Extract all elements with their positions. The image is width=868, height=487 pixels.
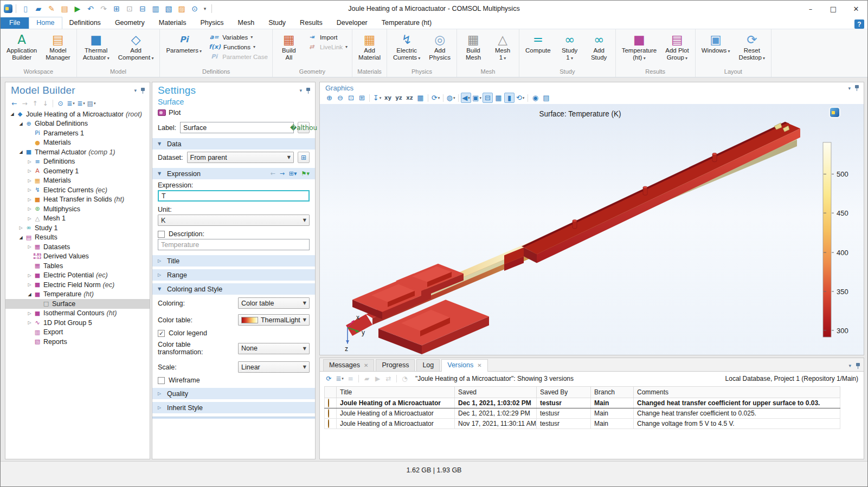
expand-icon[interactable]: ≣▾ <box>76 99 86 108</box>
scene-configuration-icon[interactable]: ▣▾ <box>472 93 482 103</box>
go-to-default-view-icon[interactable]: ↧▾ <box>372 93 382 103</box>
tree-item-reports[interactable]: ▧Reports <box>5 337 150 347</box>
column-header-branch[interactable]: Branch <box>591 387 634 398</box>
coloring-dropdown[interactable]: Color table ▼ <box>238 297 310 309</box>
view-xz-icon[interactable]: xz <box>404 93 415 103</box>
electric-currents-button[interactable]: ↯ElectricCurrents ▾ <box>389 30 424 62</box>
go-to-source-icon[interactable]: ⊞ <box>298 152 310 163</box>
description-input[interactable] <box>158 239 310 250</box>
print-icon[interactable]: ▤ <box>541 93 551 103</box>
model-manager-button[interactable]: ▤ModelManager <box>42 30 74 62</box>
tree-item-surface[interactable]: □Surface <box>5 299 150 309</box>
move-down-icon[interactable]: ↓ <box>41 99 50 108</box>
tree-item-export[interactable]: ▥Export <box>5 328 150 337</box>
close-icon[interactable]: ✕ <box>364 362 368 368</box>
collapsed-icon[interactable]: ▷ <box>26 216 33 221</box>
column-header-icon[interactable] <box>325 387 337 398</box>
column-header-saved-by[interactable]: Saved By <box>537 387 591 398</box>
collapsed-icon[interactable]: ▷ <box>26 273 33 278</box>
build-mesh-button[interactable]: ▦BuildMesh <box>459 30 487 62</box>
scale-dropdown[interactable]: Linear ▼ <box>238 361 310 373</box>
tree-item-datasets[interactable]: ▷▦Datasets <box>5 242 150 252</box>
zoom-out-icon[interactable]: ⊖ <box>335 93 345 103</box>
undo-icon[interactable]: ↶ <box>85 3 97 15</box>
dataset-dropdown[interactable]: From parent ▼ <box>187 152 294 163</box>
open-file-icon[interactable]: ▰ <box>33 3 44 15</box>
collapsed-icon[interactable]: ▷ <box>26 187 33 192</box>
collapsed-icon[interactable]: ▷ <box>26 244 33 249</box>
add-material-button[interactable]: ▦AddMaterial <box>355 30 384 62</box>
redo-icon[interactable]: ↷ <box>98 3 110 15</box>
color-table-dropdown[interactable]: ThermalLight ▼ <box>238 314 310 326</box>
evaluate-flag-icon[interactable]: ⚑▾ <box>301 170 310 177</box>
tree-item-heat-transfer-in-solids[interactable]: ▷■Heat Transfer in Solids(ht) <box>5 195 150 205</box>
copy-icon[interactable]: ⊞ <box>111 3 123 15</box>
tree-item-derived-values[interactable]: 8.85e-12Derived Values <box>5 252 150 262</box>
move-up-icon[interactable]: ↑ <box>30 99 40 108</box>
tab-messages[interactable]: Messages✕ <box>323 359 374 371</box>
column-header-comments[interactable]: Comments <box>634 387 840 398</box>
collapsed-icon[interactable]: ▷ <box>26 206 33 211</box>
version-history-icon[interactable]: ◔ <box>400 374 409 383</box>
next-expression-icon[interactable]: → <box>280 170 285 177</box>
tab-home[interactable]: Home <box>29 17 62 29</box>
temperature-ht-button[interactable]: ■Temperature(ht) ▾ <box>618 30 661 62</box>
compute-button[interactable]: =Compute <box>522 30 555 55</box>
tree-item-global-definitions[interactable]: ◢⊕Global Definitions <box>5 119 150 129</box>
collapsed-icon[interactable]: ▷ <box>26 282 33 287</box>
windows-button[interactable]: ▣Windows ▾ <box>698 30 734 55</box>
update-plot-icon[interactable]: ⟲▾ <box>515 93 525 103</box>
tab-materials[interactable]: Materials <box>152 17 194 29</box>
tree-item-electric-currents[interactable]: ▷↯Electric Currents(ec) <box>5 185 150 195</box>
label-input[interactable] <box>180 122 294 133</box>
mesh-1-button[interactable]: △Mesh1 ▾ <box>488 30 517 62</box>
sort-versions-icon[interactable]: ≣▾ <box>335 374 344 383</box>
collapsed-icon[interactable]: ▷ <box>26 178 33 183</box>
tab-physics[interactable]: Physics <box>193 17 230 29</box>
model-manager-icon[interactable]: ▤ <box>59 3 70 15</box>
close-button[interactable]: ✕ <box>845 1 867 16</box>
functions-button[interactable]: f(x)Functions▾ <box>207 43 270 51</box>
paste-icon[interactable]: ⊡ <box>124 3 136 15</box>
tree-item-geometry-1[interactable]: ▷AGeometry 1 <box>5 166 150 176</box>
show-plot-data-icon[interactable]: ⊟ <box>483 93 493 103</box>
tree-item-mesh-1[interactable]: ▷△Mesh 1 <box>5 214 150 224</box>
deselect-icon[interactable]: ▨ <box>176 3 188 15</box>
section-title[interactable]: ▷ Title <box>152 255 315 267</box>
expression-input[interactable] <box>158 190 310 202</box>
application-builder-button[interactable]: AApplicationBuilder <box>3 30 41 62</box>
delete-icon[interactable]: ▥ <box>150 3 162 15</box>
open-version-icon[interactable]: ▰ <box>362 374 371 383</box>
pin-icon[interactable] <box>140 88 145 94</box>
zoom-in-icon[interactable]: ⊕ <box>324 93 335 103</box>
panel-menu-icon[interactable]: ▾ <box>848 86 851 91</box>
tab-definitions[interactable]: Definitions <box>62 17 108 29</box>
refresh-versions-icon[interactable]: ⟳ <box>324 374 333 383</box>
tab-temperature-ht[interactable]: Temperature (ht) <box>375 17 439 29</box>
expanded-icon[interactable]: ◢ <box>26 292 33 297</box>
add-study-button[interactable]: ∞AddStudy <box>585 30 613 62</box>
collapsed-icon[interactable]: ▷ <box>26 320 33 325</box>
run-icon[interactable]: ▶ <box>72 3 83 15</box>
import-button[interactable]: ⇥Import <box>304 33 350 41</box>
expanded-icon[interactable]: ◢ <box>17 235 24 240</box>
forward-icon[interactable]: → <box>20 99 29 108</box>
table-row[interactable]: Joule Heating of a MicroactuatorNov 17, … <box>325 419 840 429</box>
pin-icon[interactable] <box>856 363 860 369</box>
section-data[interactable]: ▼ Data <box>152 138 315 150</box>
section-inherit-style[interactable]: ▷ Inherit Style <box>152 402 315 413</box>
maximize-button[interactable]: □ <box>822 1 845 16</box>
tab-versions[interactable]: Versions✕ <box>441 359 487 372</box>
tab-developer[interactable]: Developer <box>330 17 375 29</box>
insert-expression-icon[interactable]: ⊞▾ <box>289 170 297 177</box>
tree-item-materials[interactable]: ●Materials <box>5 138 150 148</box>
collapsed-icon[interactable]: ▷ <box>26 168 33 173</box>
color-legend-checkbox[interactable]: ✓ <box>158 330 165 337</box>
image-effects-icon[interactable]: ◍▾ <box>446 93 456 103</box>
new-file-icon[interactable]: ▯ <box>20 3 31 15</box>
tree-item-materials[interactable]: ▷▦Materials <box>5 176 150 186</box>
run-version-icon[interactable]: ▶ <box>373 374 382 383</box>
plot-button[interactable]: Plot <box>158 108 181 116</box>
collapsed-icon[interactable]: ▷ <box>26 311 33 316</box>
color-legend-toggle-icon[interactable]: ▮ <box>504 93 515 103</box>
